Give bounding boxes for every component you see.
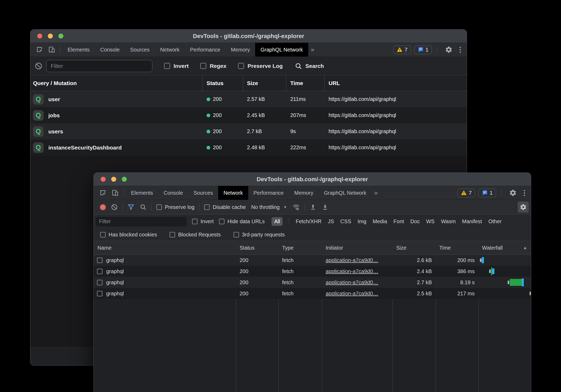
- hide-data-urls-group[interactable]: Hide data URLs: [219, 218, 265, 225]
- has-blocked-cookies-checkbox[interactable]: [100, 232, 106, 237]
- warnings-badge[interactable]: 7: [457, 189, 475, 197]
- table-row[interactable]: graphql 200 fetch application-a7ca9d0… 2…: [94, 288, 531, 299]
- row-checkbox[interactable]: [97, 258, 102, 263]
- type-filter-ws[interactable]: WS: [426, 218, 434, 225]
- invert-checkbox[interactable]: [192, 219, 198, 224]
- tab-memory[interactable]: Memory: [226, 43, 255, 57]
- tab-graphql-network[interactable]: GraphQL Network: [319, 186, 371, 200]
- disable-cache-group[interactable]: Disable cache: [204, 204, 246, 210]
- hide-data-urls-checkbox[interactable]: [219, 219, 225, 224]
- blocked-requests-group[interactable]: Blocked Requests: [170, 232, 221, 238]
- regex-checkbox-group[interactable]: Regex: [200, 63, 226, 69]
- regex-checkbox[interactable]: [200, 63, 206, 69]
- tab-performance[interactable]: Performance: [248, 186, 289, 200]
- column-header-status[interactable]: Status: [236, 245, 278, 251]
- close-button[interactable]: [101, 177, 106, 182]
- preserve-log-group[interactable]: Preserve log: [156, 204, 194, 210]
- type-filter-font[interactable]: Font: [394, 218, 404, 225]
- clear-icon[interactable]: [35, 62, 43, 70]
- device-toolbar-icon[interactable]: [109, 186, 121, 200]
- record-button[interactable]: [100, 204, 106, 210]
- column-header-waterfall[interactable]: Waterfall ▲: [478, 241, 531, 254]
- search-control[interactable]: Search: [295, 62, 324, 70]
- third-party-requests-group[interactable]: 3rd-party requests: [233, 232, 285, 238]
- table-row[interactable]: graphql 200 fetch application-a7ca9d0… 2…: [94, 266, 531, 277]
- type-filter-js[interactable]: JS: [328, 218, 334, 225]
- network-conditions-icon[interactable]: [290, 203, 302, 211]
- invert-group[interactable]: Invert: [192, 218, 214, 225]
- filter-funnel-icon[interactable]: [125, 204, 137, 211]
- inspect-element-icon[interactable]: [97, 186, 109, 200]
- warnings-badge[interactable]: 7: [393, 45, 411, 54]
- search-icon[interactable]: [137, 204, 149, 211]
- table-row[interactable]: graphql 200 fetch application-a7ca9d0… 2…: [94, 277, 531, 288]
- type-filter-fetch-xhr[interactable]: Fetch/XHR: [296, 218, 321, 225]
- disable-cache-checkbox[interactable]: [204, 204, 210, 210]
- more-options-icon[interactable]: [458, 47, 462, 53]
- tab-sources[interactable]: Sources: [125, 43, 155, 57]
- table-row[interactable]: Q users 200 2.7 kB 9s https://gitlab.com…: [30, 123, 467, 139]
- type-filter-media[interactable]: Media: [373, 218, 387, 225]
- tab-network[interactable]: Network: [155, 43, 185, 57]
- row-checkbox[interactable]: [97, 280, 102, 285]
- column-header-size[interactable]: Size: [392, 245, 436, 251]
- tab-console[interactable]: Console: [95, 43, 125, 57]
- initiator-link[interactable]: application-a7ca9d0…: [326, 279, 378, 285]
- more-tabs-icon[interactable]: »: [308, 43, 317, 57]
- preserve-log-checkbox[interactable]: [156, 204, 162, 210]
- more-tabs-icon[interactable]: »: [372, 186, 380, 200]
- column-header-query-mutation[interactable]: Query / Mutation: [30, 80, 202, 86]
- type-filter-manifest[interactable]: Manifest: [462, 218, 482, 225]
- settings-gear-icon[interactable]: [507, 189, 519, 197]
- import-har-icon[interactable]: [307, 204, 319, 211]
- zoom-button[interactable]: [122, 177, 127, 182]
- tab-memory[interactable]: Memory: [289, 186, 319, 200]
- column-header-time[interactable]: Time: [286, 80, 324, 86]
- column-header-status[interactable]: Status: [202, 80, 243, 86]
- close-button[interactable]: [37, 34, 42, 39]
- settings-gear-icon[interactable]: [443, 46, 455, 53]
- column-header-time[interactable]: Time: [436, 245, 478, 251]
- table-row[interactable]: Q jobs 200 2.45 kB 207ms https://gitlab.…: [30, 107, 467, 123]
- preserve-log-checkbox[interactable]: [238, 63, 244, 69]
- type-filter-other[interactable]: Other: [488, 218, 502, 225]
- export-har-icon[interactable]: [319, 204, 331, 211]
- inspect-element-icon[interactable]: [34, 43, 46, 57]
- titlebar[interactable]: DevTools - gitlab.com/-/graphql-explorer: [94, 173, 531, 186]
- tab-graphql-network[interactable]: GraphQL Network: [255, 43, 308, 57]
- tab-network[interactable]: Network: [218, 186, 248, 200]
- blocked-requests-checkbox[interactable]: [170, 232, 175, 237]
- third-party-requests-checkbox[interactable]: [233, 232, 239, 237]
- tab-console[interactable]: Console: [158, 186, 188, 200]
- column-header-url[interactable]: URL: [324, 80, 467, 86]
- column-header-initiator[interactable]: Initiator: [322, 245, 392, 251]
- filter-input[interactable]: [46, 60, 152, 72]
- row-checkbox[interactable]: [97, 291, 102, 296]
- has-blocked-cookies-group[interactable]: Has blocked cookies: [100, 232, 157, 238]
- issues-badge[interactable]: 1: [414, 45, 432, 54]
- tab-elements[interactable]: Elements: [126, 186, 158, 200]
- type-filter-doc[interactable]: Doc: [410, 218, 420, 225]
- invert-checkbox[interactable]: [164, 63, 170, 69]
- filter-input[interactable]: [96, 217, 187, 226]
- throttling-dropdown[interactable]: No throttling ▼: [251, 204, 287, 210]
- minimize-button[interactable]: [48, 34, 53, 39]
- tab-performance[interactable]: Performance: [185, 43, 226, 57]
- column-header-name[interactable]: Name: [94, 245, 236, 251]
- initiator-link[interactable]: application-a7ca9d0…: [326, 257, 378, 263]
- zoom-button[interactable]: [58, 34, 63, 39]
- titlebar[interactable]: DevTools - gitlab.com/-/graphql-explorer: [30, 30, 467, 43]
- table-row[interactable]: graphql 200 fetch application-a7ca9d0… 2…: [94, 255, 531, 266]
- row-checkbox[interactable]: [97, 269, 102, 274]
- type-filter-img[interactable]: Img: [358, 218, 366, 225]
- more-options-icon[interactable]: [522, 190, 527, 196]
- preserve-log-checkbox-group[interactable]: Preserve Log: [238, 63, 283, 69]
- tab-sources[interactable]: Sources: [188, 186, 218, 200]
- type-filter-wasm[interactable]: Wasm: [441, 218, 456, 225]
- tab-elements[interactable]: Elements: [62, 43, 95, 57]
- column-header-size[interactable]: Size: [243, 80, 286, 86]
- issues-badge[interactable]: 1: [478, 189, 496, 197]
- minimize-button[interactable]: [111, 177, 116, 182]
- table-row[interactable]: Q user 200 2.57 kB 211ms https://gitlab.…: [30, 91, 467, 107]
- device-toolbar-icon[interactable]: [46, 43, 58, 57]
